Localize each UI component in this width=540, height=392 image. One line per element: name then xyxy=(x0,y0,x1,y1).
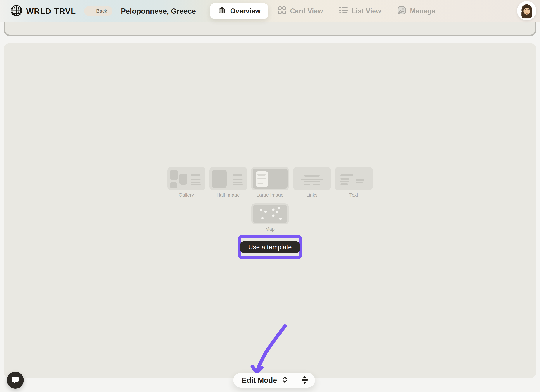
edit-mode-button[interactable]: Edit Mode xyxy=(233,373,294,387)
tab-list-view-label: List View xyxy=(352,7,381,15)
half-image-template-thumbnail xyxy=(209,167,247,190)
sliders-icon xyxy=(397,6,406,16)
brand: WRLD TRVL xyxy=(10,5,76,18)
tab-manage-label: Manage xyxy=(410,7,435,15)
use-template-button[interactable]: Use a template xyxy=(240,241,300,253)
large-image-template-thumbnail xyxy=(251,167,289,190)
briefcase-icon xyxy=(218,6,226,16)
tutorial-highlight-frame: Use a template xyxy=(238,235,302,259)
map-template-thumbnail xyxy=(251,203,289,224)
template-option-gallery[interactable]: Gallery xyxy=(167,167,205,198)
template-label: Text xyxy=(349,192,358,198)
template-option-text[interactable]: Text xyxy=(335,167,373,198)
edit-mode-label: Edit Mode xyxy=(242,376,277,384)
top-navbar: WRLD TRVL ← Back Peloponnese, Greece Ove… xyxy=(0,0,540,22)
memoji-avatar-image xyxy=(518,2,535,20)
tab-manage[interactable]: Manage xyxy=(391,3,442,19)
back-arrow-icon: ← xyxy=(89,9,94,14)
chat-button[interactable] xyxy=(7,372,24,389)
view-tabs: Overview Card View xyxy=(210,3,442,19)
mode-pill: Edit Mode xyxy=(233,373,315,387)
template-option-half-image[interactable]: Half Image xyxy=(209,167,247,198)
app-root: WRLD TRVL ← Back Peloponnese, Greece Ove… xyxy=(0,0,540,392)
globe-logo-icon xyxy=(10,5,22,18)
grid-icon xyxy=(278,6,286,16)
template-option-large-image[interactable]: Large Image xyxy=(251,167,289,198)
template-label: Half Image xyxy=(216,192,240,198)
chevron-up-down-icon xyxy=(283,377,287,384)
vertical-resize-icon xyxy=(301,376,308,384)
template-option-map[interactable]: Map xyxy=(251,203,289,232)
list-icon xyxy=(339,7,348,15)
tab-list-view[interactable]: List View xyxy=(333,3,388,19)
back-label: Back xyxy=(96,8,107,14)
back-button[interactable]: ← Back xyxy=(84,6,112,16)
template-picker: Gallery Half Image xyxy=(0,167,540,232)
template-label: Gallery xyxy=(179,192,194,198)
page-title: Peloponnese, Greece xyxy=(121,7,196,15)
brand-name: WRLD TRVL xyxy=(26,7,76,16)
tab-overview-label: Overview xyxy=(230,7,260,15)
template-label: Links xyxy=(306,192,318,198)
tab-card-view[interactable]: Card View xyxy=(271,3,330,19)
template-row: Gallery Half Image xyxy=(167,167,373,198)
links-template-thumbnail xyxy=(293,167,331,190)
tab-overview[interactable]: Overview xyxy=(210,3,268,19)
template-option-links[interactable]: Links xyxy=(293,167,331,198)
template-label: Map xyxy=(265,226,275,232)
user-avatar[interactable] xyxy=(517,1,536,20)
chat-bubble-icon xyxy=(11,377,19,384)
text-template-thumbnail xyxy=(335,167,373,190)
previous-section-card xyxy=(4,22,536,36)
tab-card-view-label: Card View xyxy=(290,7,323,15)
gallery-template-thumbnail xyxy=(167,167,205,190)
spacing-toggle-button[interactable] xyxy=(294,373,315,387)
template-label: Large Image xyxy=(256,192,284,198)
